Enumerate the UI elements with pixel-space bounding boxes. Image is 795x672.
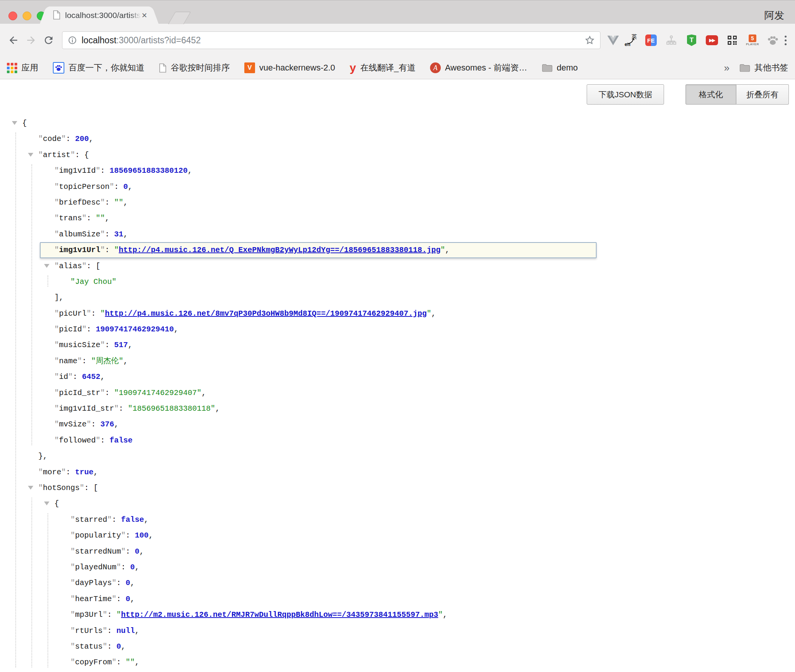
collapse-toggle-icon[interactable] bbox=[44, 502, 49, 505]
paw-extension-icon[interactable] bbox=[766, 33, 779, 48]
folder-icon bbox=[739, 64, 750, 72]
format-button[interactable]: 格式化 bbox=[685, 84, 736, 105]
url-host: localhost bbox=[82, 35, 116, 45]
json-line-18: "picId_str": "19097417462929407", bbox=[0, 385, 795, 401]
tampermonkey-extension-icon[interactable]: T bbox=[685, 33, 698, 48]
bookmark-label: vue-hackernews-2.0 bbox=[259, 63, 335, 73]
json-line-30: "dayPlays": 0, bbox=[0, 575, 795, 591]
json-line-28: "starredNum": 0, bbox=[0, 544, 795, 559]
reload-button[interactable] bbox=[41, 33, 56, 48]
fe-toolbox-extension-icon[interactable]: FE bbox=[645, 33, 658, 48]
json-line-24: "hotSongs": [ bbox=[0, 480, 795, 496]
forward-button[interactable] bbox=[24, 33, 38, 48]
other-bookmarks-label: 其他书签 bbox=[754, 62, 788, 74]
bookmark-vue-hackernews[interactable]: Vvue-hackernews-2.0 bbox=[244, 62, 335, 73]
bookmark-google-sorted[interactable]: 谷歌按时间排序 bbox=[159, 62, 230, 74]
collapse-toggle-icon[interactable] bbox=[28, 486, 33, 490]
info-icon[interactable] bbox=[68, 36, 77, 45]
collapse-toggle-icon[interactable] bbox=[12, 121, 17, 125]
json-line-12: ], bbox=[0, 290, 795, 305]
awesomes-icon: A bbox=[430, 62, 441, 73]
folder-icon bbox=[542, 64, 553, 72]
tab-close-icon[interactable]: × bbox=[142, 11, 147, 20]
window-close-button[interactable] bbox=[8, 11, 17, 20]
json-line-25: { bbox=[0, 496, 795, 511]
json-line-32: "mp3Url": "http://m2.music.126.net/RMJR7… bbox=[0, 607, 795, 623]
apps-grid-icon bbox=[7, 63, 17, 73]
bookmark-youdao-translate[interactable]: y在线翻译_有道 bbox=[350, 62, 415, 74]
bookmarks-bar: 应用百度一下，你就知道谷歌按时间排序Vvue-hackernews-2.0y在线… bbox=[0, 57, 795, 79]
bookmarks-overflow-chevron[interactable]: » bbox=[724, 62, 730, 74]
json-line-14: "picId": 19097417462929410, bbox=[0, 321, 795, 337]
json-line-20: "mvSize": 376, bbox=[0, 416, 795, 432]
json-line-17: "id": 6452, bbox=[0, 369, 795, 385]
browser-tab[interactable]: localhost:3000/artists?id=645 × bbox=[49, 7, 149, 24]
url-link[interactable]: http://p4.music.126.net/8mv7qP30Pd3oHW8b… bbox=[105, 309, 427, 318]
json-line-35: "copyFrom": "", bbox=[0, 654, 795, 670]
qrcode-extension-icon[interactable] bbox=[726, 33, 739, 48]
bookmark-label: 谷歌按时间排序 bbox=[171, 62, 230, 74]
html5-player-extension-icon[interactable]: 5PLAYER bbox=[746, 33, 759, 48]
json-line-26: "starred": false, bbox=[0, 512, 795, 528]
page-favicon bbox=[53, 10, 61, 20]
bookmark-apps[interactable]: 应用 bbox=[7, 62, 38, 74]
json-line-9: "img1v1Url": "http://p4.music.126.net/Q_… bbox=[0, 242, 795, 258]
url-link[interactable]: http://p4.music.126.net/Q_ExePNkmgB2yWyL… bbox=[119, 246, 440, 254]
video-speed-extension-icon[interactable]: ▶▶ bbox=[705, 33, 718, 48]
json-line-3: "artist": { bbox=[0, 147, 795, 163]
download-json-button[interactable]: 下载JSON数据 bbox=[587, 84, 664, 105]
url-link[interactable]: http://m2.music.126.net/RMJR7wDullRqppBk… bbox=[121, 610, 438, 619]
json-line-6: "briefDesc": "", bbox=[0, 195, 795, 210]
json-line-2: "code": 200, bbox=[0, 131, 795, 147]
profile-name[interactable]: 阿发 bbox=[764, 9, 784, 22]
tab-title: localhost:3000/artists?id=645 bbox=[65, 11, 141, 20]
bookmark-awesomes[interactable]: AAwesomes - 前端资… bbox=[430, 62, 527, 74]
sitemap-extension-icon[interactable] bbox=[665, 33, 678, 48]
collapse-all-button[interactable]: 折叠所有 bbox=[736, 84, 789, 105]
page-icon bbox=[159, 63, 167, 73]
bookmarks-items: 应用百度一下，你就知道谷歌按时间排序Vvue-hackernews-2.0y在线… bbox=[7, 62, 578, 74]
json-line-23: "more": true, bbox=[0, 464, 795, 480]
window-controls bbox=[8, 11, 46, 20]
bookmark-star-icon[interactable] bbox=[585, 35, 595, 45]
json-viewer: {"code": 200,"artist": {"img1v1Id": 1856… bbox=[0, 79, 795, 672]
json-line-10: "alias": [ bbox=[0, 258, 795, 274]
url-text: localhost:3000/artists?id=6452 bbox=[82, 35, 201, 46]
bookmark-label: 应用 bbox=[21, 62, 38, 74]
bookmark-baidu[interactable]: 百度一下，你就知道 bbox=[53, 62, 144, 74]
bookmark-label: Awesomes - 前端资… bbox=[445, 62, 527, 74]
json-line-8: "albumSize": 31, bbox=[0, 226, 795, 242]
json-line-29: "playedNum": 0, bbox=[0, 559, 795, 575]
json-line-27: "popularity": 100, bbox=[0, 528, 795, 543]
window-minimize-button[interactable] bbox=[23, 11, 31, 20]
bookmark-demo-folder[interactable]: demo bbox=[542, 63, 578, 73]
youdao-icon: y bbox=[350, 62, 356, 73]
bookmark-label: 在线翻译_有道 bbox=[360, 62, 415, 74]
address-bar[interactable]: localhost:3000/artists?id=6452 bbox=[62, 31, 600, 49]
json-line-31: "hearTime": 0, bbox=[0, 591, 795, 607]
vue-bookmark-icon: V bbox=[244, 62, 255, 73]
vue-devtools-icon[interactable] bbox=[607, 33, 620, 48]
json-line-15: "musicSize": 517, bbox=[0, 337, 795, 353]
page-content: 下载JSON数据 格式化 折叠所有 {"code": 200,"artist":… bbox=[0, 79, 795, 672]
chrome-menu-icon[interactable] bbox=[782, 36, 789, 45]
collapse-toggle-icon[interactable] bbox=[44, 264, 49, 268]
json-line-16: "name": "周杰伦", bbox=[0, 353, 795, 369]
new-tab-button[interactable] bbox=[168, 11, 191, 24]
json-line-21: "followed": false bbox=[0, 433, 795, 448]
back-button[interactable] bbox=[6, 33, 21, 48]
json-line-19: "img1v1Id_str": "18569651883380118", bbox=[0, 401, 795, 416]
json-line-5: "topicPerson": 0, bbox=[0, 179, 795, 195]
browser-window: localhost:3000/artists?id=645 × 阿发 local… bbox=[0, 0, 795, 672]
url-path: :3000/artists?id=6452 bbox=[116, 35, 201, 45]
tab-strip: localhost:3000/artists?id=645 × 阿发 bbox=[0, 0, 795, 24]
bookmarks-right: » 其他书签 bbox=[724, 62, 788, 74]
collapse-toggle-icon[interactable] bbox=[28, 153, 33, 157]
json-actions: 下载JSON数据 格式化 折叠所有 bbox=[587, 84, 789, 105]
translate-extension-icon[interactable]: 英en bbox=[624, 33, 637, 48]
json-line-4: "img1v1Id": 18569651883380120, bbox=[0, 163, 795, 179]
extensions-row: 英enFET▶▶5PLAYER bbox=[623, 33, 779, 48]
json-line-7: "trans": "", bbox=[0, 210, 795, 226]
other-bookmarks-folder[interactable]: 其他书签 bbox=[739, 62, 788, 74]
json-line-22: }, bbox=[0, 448, 795, 464]
